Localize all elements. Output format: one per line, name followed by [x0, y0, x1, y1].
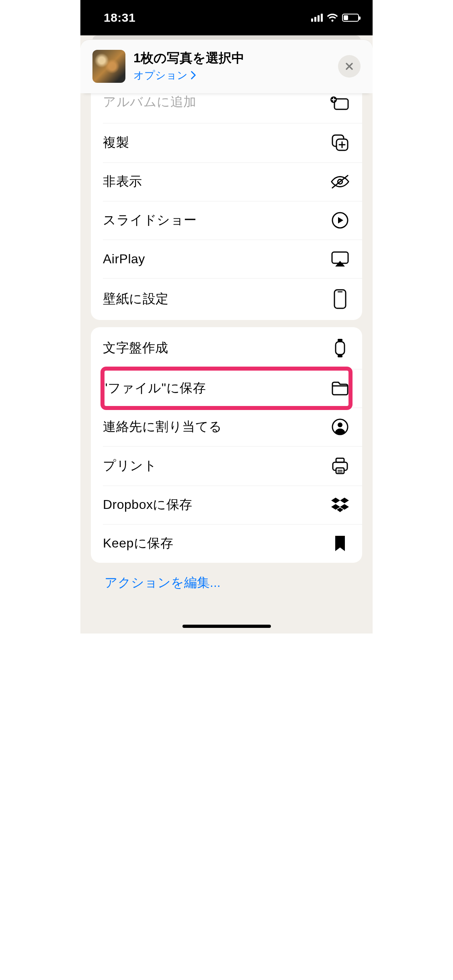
home-indicator[interactable] [182, 625, 271, 628]
share-header-text: 1枚の写真を選択中 オプション [133, 50, 244, 82]
photo-thumbnail[interactable] [92, 50, 125, 83]
duplicate-icon [330, 133, 350, 152]
svg-rect-8 [334, 290, 346, 308]
bookmark-icon [330, 535, 350, 552]
action-label: 連絡先に割り当てる [103, 418, 222, 436]
edit-actions-link[interactable]: アクションを編集... [91, 563, 362, 592]
apple-watch-icon [330, 338, 350, 359]
action-hide[interactable]: 非表示 [91, 162, 362, 201]
share-sheet: 1枚の写真を選択中 オプション アルバムに追加 [80, 35, 373, 634]
action-label: Keepに保存 [103, 535, 173, 552]
action-label: 壁紙に設定 [103, 290, 169, 308]
action-label: 非表示 [103, 173, 142, 191]
action-group-1: アルバムに追加 複製 非表示 [91, 93, 362, 320]
action-label: Dropboxに保存 [103, 496, 193, 514]
action-print[interactable]: プリント [91, 446, 362, 486]
play-circle-icon [330, 211, 350, 229]
action-airplay[interactable]: AirPlay [91, 240, 362, 278]
chevron-right-icon [190, 71, 197, 80]
action-label: "ファイル"に保存 [103, 379, 206, 397]
action-assign-contact[interactable]: 連絡先に割り当てる [91, 408, 362, 446]
battery-icon [342, 14, 359, 22]
action-label: プリント [103, 457, 157, 475]
action-watch-face[interactable]: 文字盤作成 [91, 327, 362, 369]
printer-icon [330, 457, 350, 475]
action-save-keep[interactable]: Keepに保存 [91, 524, 362, 563]
cellular-signal-icon [311, 14, 323, 22]
edit-actions-label: アクションを編集... [105, 575, 221, 590]
action-duplicate[interactable]: 複製 [91, 123, 362, 162]
action-label: 文字盤作成 [103, 339, 168, 357]
svg-line-5 [332, 176, 348, 188]
status-time: 18:31 [104, 11, 135, 25]
action-list-scroll[interactable]: アルバムに追加 複製 非表示 [80, 93, 373, 608]
contact-circle-icon [330, 418, 350, 436]
hide-icon [330, 174, 350, 190]
action-save-to-files[interactable]: "ファイル"に保存 [91, 369, 362, 408]
status-indicators [311, 13, 359, 22]
action-wallpaper[interactable]: 壁紙に設定 [91, 278, 362, 320]
add-to-album-icon [330, 96, 350, 111]
folder-icon [330, 380, 350, 396]
svg-point-15 [338, 422, 342, 427]
statusbar: 18:31 [80, 0, 373, 35]
svg-rect-11 [338, 339, 342, 341]
action-save-dropbox[interactable]: Dropboxに保存 [91, 486, 362, 524]
share-header: 1枚の写真を選択中 オプション [80, 39, 373, 93]
svg-rect-12 [338, 355, 342, 357]
action-group-2: 文字盤作成 "ファイル"に保存 連絡先に割り当てる [91, 327, 362, 563]
device-frame: 18:31 1枚の写真を選択中 オプション [80, 0, 373, 634]
options-label: オプション [133, 68, 188, 82]
action-add-to-album[interactable]: アルバムに追加 [91, 93, 362, 123]
options-link[interactable]: オプション [133, 68, 244, 82]
airplay-icon [330, 250, 350, 267]
share-title: 1枚の写真を選択中 [133, 50, 244, 66]
close-button[interactable] [338, 55, 361, 78]
action-slideshow[interactable]: スライドショー [91, 201, 362, 240]
dropbox-icon [330, 496, 350, 513]
action-label: AirPlay [103, 252, 145, 267]
svg-rect-10 [336, 342, 344, 355]
action-label: 複製 [103, 134, 129, 152]
svg-rect-17 [336, 458, 344, 462]
action-label: スライドショー [103, 211, 197, 229]
iphone-icon [330, 289, 350, 310]
wifi-icon [327, 13, 338, 22]
action-label: アルバムに追加 [103, 93, 197, 111]
